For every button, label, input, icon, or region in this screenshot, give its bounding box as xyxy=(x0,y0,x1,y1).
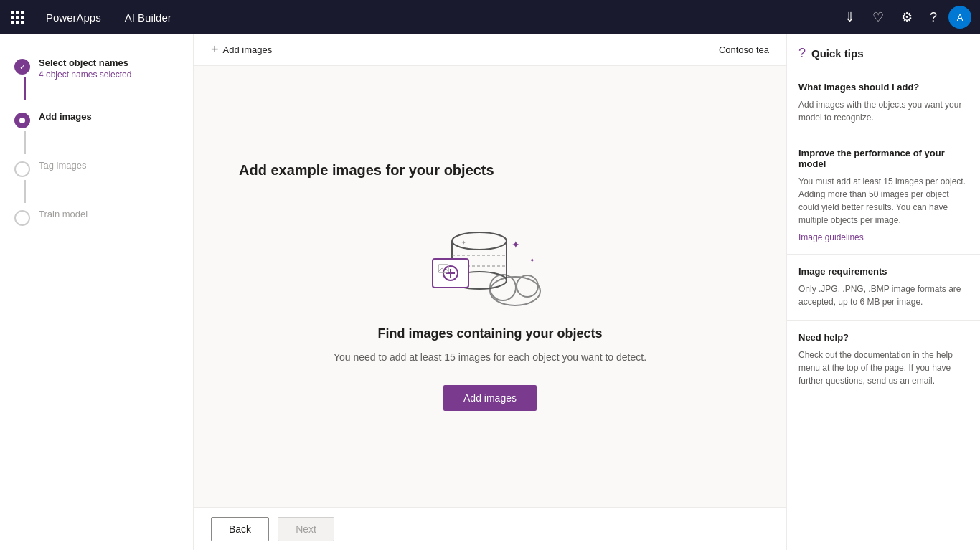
step-label-2: Add images xyxy=(39,111,92,122)
svg-text:✦: ✦ xyxy=(512,239,520,250)
step-sublabel-1: 4 object names selected xyxy=(39,70,131,80)
svg-text:✦: ✦ xyxy=(529,257,535,264)
content-topbar: + Add images Contoso tea xyxy=(194,34,786,66)
content-main: Add example images for your objects xyxy=(194,66,786,507)
add-images-topbar-link[interactable]: + Add images xyxy=(211,42,272,57)
step-circle-4 xyxy=(14,210,30,226)
panel-header: ? Quick tips xyxy=(787,34,980,70)
svg-rect-6 xyxy=(11,21,14,24)
content-card: ✦ ✦ ✦ Find images containing your object… xyxy=(334,201,646,411)
step-label-4: Train model xyxy=(39,209,88,219)
image-guidelines-link[interactable]: Image guidelines xyxy=(798,232,864,242)
tip-card-0: What images should I add? Add images wit… xyxy=(787,70,980,136)
svg-rect-1 xyxy=(16,11,19,14)
tip-card-2-title: Image requirements xyxy=(798,266,969,277)
tip-card-0-title: What images should I add? xyxy=(798,82,969,93)
step-info-4: Train model xyxy=(39,209,88,219)
step-circle-2 xyxy=(14,113,30,128)
step-info-2: Add images xyxy=(39,111,92,122)
step-label-3: Tag images xyxy=(39,160,86,171)
waffle-menu[interactable] xyxy=(0,0,34,34)
tip-card-1-title: Improve the performance of your model xyxy=(798,148,969,169)
card-title: Find images containing your objects xyxy=(377,326,602,341)
svg-rect-3 xyxy=(11,16,14,19)
user-avatar[interactable]: A xyxy=(948,6,971,29)
plus-icon: + xyxy=(211,42,219,57)
help-icon[interactable]: ? xyxy=(924,7,943,28)
quick-tips-title: Quick tips xyxy=(811,47,864,60)
builder-name: AI Builder xyxy=(113,11,839,24)
tip-card-1: Improve the performance of your model Yo… xyxy=(787,136,980,255)
sidebar: ✓ Select object names 4 object names sel… xyxy=(0,34,194,550)
step-label-1: Select object names xyxy=(39,57,131,68)
next-button: Next xyxy=(278,517,334,541)
tip-card-3-title: Need help? xyxy=(798,332,969,343)
add-images-button[interactable]: Add images xyxy=(443,385,537,411)
right-panel: ? Quick tips What images should I add? A… xyxy=(786,34,980,550)
sidebar-step-tag-images: Tag images xyxy=(0,154,193,183)
step-connector-2 xyxy=(24,131,26,154)
nav-icons: ⇓ ♡ ⚙ ? A xyxy=(839,6,980,29)
sidebar-step-train-model: Train model xyxy=(0,203,193,232)
tip-card-1-text: You must add at least 15 images per obje… xyxy=(798,175,969,227)
main-layout: ✓ Select object names 4 object names sel… xyxy=(0,34,980,550)
step-circle-1: ✓ xyxy=(14,59,30,75)
step-connector-1 xyxy=(24,77,26,100)
svg-rect-2 xyxy=(21,11,24,14)
app-name: PowerApps xyxy=(34,11,113,24)
sidebar-step-add-images: Add images xyxy=(0,105,193,134)
top-navigation: PowerApps AI Builder ⇓ ♡ ⚙ ? A xyxy=(0,0,980,34)
tip-card-2: Image requirements Only .JPG, .PNG, .BMP… xyxy=(787,255,980,321)
illustration: ✦ ✦ ✦ xyxy=(418,201,562,309)
step-circle-3 xyxy=(14,161,30,177)
svg-rect-8 xyxy=(21,21,24,24)
svg-rect-4 xyxy=(16,16,19,19)
tip-card-3: Need help? Check out the documentation i… xyxy=(787,321,980,399)
tip-card-3-text: Check out the documentation in the help … xyxy=(798,349,969,387)
contoso-label: Contoso tea xyxy=(719,44,769,55)
page-title: Add example images for your objects xyxy=(239,162,741,179)
svg-rect-5 xyxy=(21,16,24,19)
download-icon[interactable]: ⇓ xyxy=(839,6,861,28)
settings-icon[interactable]: ⚙ xyxy=(895,6,918,28)
svg-point-12 xyxy=(452,232,507,250)
notification-icon[interactable]: ♡ xyxy=(867,6,890,28)
svg-rect-7 xyxy=(16,21,19,24)
quick-tips-icon: ? xyxy=(798,46,806,61)
step-info-3: Tag images xyxy=(39,160,86,171)
tip-card-0-text: Add images with the objects you want you… xyxy=(798,98,969,124)
svg-rect-0 xyxy=(11,11,14,14)
topbar-label: Add images xyxy=(223,44,273,55)
content-area: + Add images Contoso tea Add example ima… xyxy=(194,34,786,550)
back-button[interactable]: Back xyxy=(211,517,269,541)
svg-text:✦: ✦ xyxy=(461,240,466,246)
bottom-bar: Back Next xyxy=(194,507,786,550)
sidebar-step-select-object-names: ✓ Select object names 4 object names sel… xyxy=(0,52,193,85)
tip-card-2-text: Only .JPG, .PNG, .BMP image formats are … xyxy=(798,283,969,308)
card-description: You need to add at least 15 images for e… xyxy=(334,350,646,365)
step-info-1: Select object names 4 object names selec… xyxy=(39,57,131,80)
step-connector-3 xyxy=(24,180,26,203)
